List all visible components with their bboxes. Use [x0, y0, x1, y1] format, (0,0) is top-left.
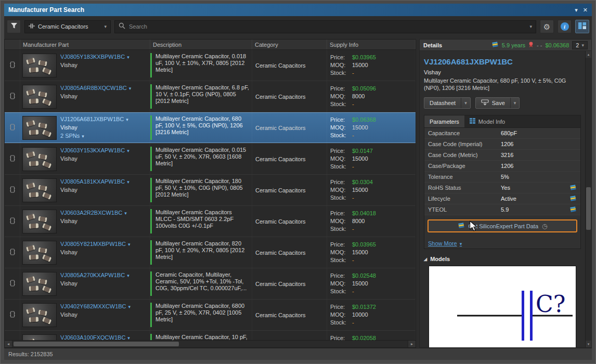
supply-moq-line: MOQ: 15000	[330, 280, 412, 288]
table-row[interactable]: VJ0402Y682MXXCW1BC ▾ Vishay Multilayer C…	[5, 300, 416, 331]
part-caret-icon: ▾	[127, 55, 129, 60]
part-number-link[interactable]: VJ0603Y153KXAPW1BC ▾	[60, 147, 129, 153]
header-manufacturer-part[interactable]: Manufacturer Part	[20, 40, 150, 49]
part-description: Multilayer Ceramic Capacitor, 0.018 uF, …	[150, 53, 249, 77]
part-number-link[interactable]: VJ0805A181KXAPW1BC ▾	[60, 178, 129, 185]
horizontal-scrollbar[interactable]: ◂ ▸	[5, 340, 416, 347]
part-number-link[interactable]: VJ0805Y821MXBPW1BC ▾	[60, 241, 130, 247]
parameters-list: Capacitance 680pF Case Code (Imperial) 1…	[424, 128, 580, 215]
part-drag-icon[interactable]	[10, 310, 15, 319]
datasheet-button[interactable]: Datasheet ▾	[424, 97, 471, 109]
part-drag-icon[interactable]	[10, 217, 15, 226]
tab-parameters[interactable]: Parameters	[424, 115, 464, 127]
category-dropdown[interactable]: Ceramic Capacitors ▾	[24, 20, 111, 33]
part-number-link[interactable]: VJ1206A681JXBPW1BC ▾	[60, 116, 128, 122]
hscroll-track[interactable]	[12, 341, 408, 347]
part-description: Multilayer Ceramic Capacitor, 6.8 pF, 10…	[150, 84, 249, 109]
supply-moq-line: MOQ: 10000	[330, 311, 412, 319]
table-row[interactable]: VJ0805Y821MXBPW1BC ▾ Vishay Multilayer C…	[5, 237, 416, 268]
part-drag-icon[interactable]	[10, 123, 15, 132]
header-drag-column[interactable]	[5, 40, 20, 49]
titlebar[interactable]: Manufacturer Part Search ▾ ✕	[4, 4, 592, 16]
show-more-link[interactable]: Show More ▾	[428, 240, 462, 246]
table-row[interactable]: VJ0603A100FXQCW1BC ▾ Vishay Multilayer C…	[5, 331, 416, 340]
parts-table-body: VJ0805Y183KXBPW1BC ▾ Vishay Multilayer C…	[5, 50, 416, 340]
header-description[interactable]: Description	[150, 40, 252, 49]
get-siliconexpert-button[interactable]: Get SiliconExpert Part Data ◷	[427, 219, 577, 232]
search-history-caret-icon[interactable]: ▾	[529, 24, 532, 29]
supply-moq-line: MOQ: 15000	[330, 124, 412, 132]
parameter-row[interactable]: RoHS Status Yes	[424, 183, 580, 193]
part-number-link[interactable]: VJ0603A100FXQCW1BC ▾	[60, 334, 130, 340]
parameter-row[interactable]: Tolerance 5%	[424, 172, 580, 183]
settings-button[interactable]: ⚙	[540, 20, 554, 33]
part-description-cell: Ceramic Capacitor, Multilayer, Ceramic, …	[150, 268, 252, 299]
part-manufacturer: Vishay	[60, 124, 128, 131]
scroll-up-icon[interactable]: ▴	[586, 51, 591, 58]
details-title: Details	[423, 42, 442, 48]
models-section-label: Models	[430, 256, 450, 262]
header-category[interactable]: Category	[252, 40, 327, 49]
parameter-row[interactable]: Capacitance 680pF	[424, 128, 580, 139]
columns-icon	[578, 22, 586, 31]
part-drag-icon[interactable]	[10, 248, 15, 257]
save-button[interactable]: Save ▾	[475, 97, 520, 109]
part-drag-icon[interactable]	[10, 186, 15, 194]
part-caret-icon: ▾	[126, 117, 128, 122]
part-drag-icon[interactable]	[10, 154, 15, 163]
save-caret-icon[interactable]: ▾	[514, 100, 516, 106]
save-button-label: Save	[492, 100, 505, 106]
datasheet-caret-icon[interactable]: ▾	[464, 100, 467, 106]
parameter-row[interactable]: Lifecycle Active	[424, 193, 580, 204]
scroll-left-icon[interactable]: ◂	[5, 341, 12, 347]
part-spns-link[interactable]: 2 SPNs ▾	[60, 133, 128, 139]
parameter-row[interactable]: Case Code (Imperial) 1206	[424, 139, 580, 150]
part-manufacturer: Vishay	[60, 187, 129, 193]
model-preview[interactable]: C?	[429, 266, 576, 347]
table-row[interactable]: VJ0805Y183KXBPW1BC ▾ Vishay Multilayer C…	[5, 50, 416, 81]
part-caret-icon: ▾	[127, 179, 129, 185]
part-drag-icon[interactable]	[10, 92, 15, 101]
detail-part-number: VJ1206A681JXBPW1BC	[424, 57, 581, 66]
models-section-header[interactable]: ◢ Models	[424, 256, 581, 262]
table-row[interactable]: VJ0805A6R8BXQCW1BC ▾ Vishay Multilayer C…	[5, 81, 416, 112]
supply-price-line: Price: $0.01372	[330, 303, 412, 311]
table-row[interactable]: VJ0603A2R2BXCW1BC ▾ Vishay Multilayer Ce…	[5, 206, 416, 237]
table-row[interactable]: VJ0805A181KXAPW1BC ▾ Vishay Multilayer C…	[5, 175, 416, 206]
tab-model-info[interactable]: Model Info	[464, 115, 510, 127]
parameter-label: Case Code (Imperial)	[428, 141, 501, 147]
parameter-row[interactable]: Case/Package 1206	[424, 161, 580, 172]
part-number-link[interactable]: VJ0603A2R2BXCW1BC ▾	[60, 210, 127, 216]
header-supply-info[interactable]: Supply Info	[327, 40, 416, 49]
table-row[interactable]: VJ0603Y153KXAPW1BC ▾ Vishay Multilayer C…	[5, 144, 416, 175]
panel-menu-icon[interactable]: ▾	[575, 7, 578, 14]
parameter-row[interactable]: Case Code (Metric) 3216	[424, 150, 580, 161]
hscroll-thumb[interactable]	[14, 342, 179, 346]
part-drag-icon[interactable]	[10, 61, 15, 70]
detail-description: Multilayer Ceramic Capacitor, 680 pF, 10…	[424, 77, 575, 92]
columns-button[interactable]	[575, 20, 589, 33]
parameter-row[interactable]: YTEOL 5.9	[424, 204, 580, 215]
part-number-link[interactable]: VJ0805A270KXAPW1BC ▾	[60, 272, 129, 278]
part-description: Ceramic Capacitor, Multilayer, Ceramic, …	[150, 271, 249, 296]
part-number-link[interactable]: VJ0805A6R8BXQCW1BC ▾	[60, 85, 131, 91]
category-dropdown-label: Ceramic Capacitors	[38, 23, 101, 30]
table-row[interactable]: VJ0805A270KXAPW1BC ▾ Vishay Ceramic Capa…	[5, 268, 416, 300]
scroll-right-icon[interactable]: ▸	[408, 341, 416, 347]
part-number-link[interactable]: VJ0805Y183KXBPW1BC ▾	[60, 54, 129, 60]
filter-button[interactable]	[7, 20, 21, 33]
part-number-link[interactable]: VJ0402Y682MXXCW1BC ▾	[60, 303, 131, 309]
results-count-dropdown[interactable]: 2 ▾	[572, 41, 588, 49]
vertical-scrollbar[interactable]: ▴ ▾	[585, 51, 591, 347]
content-area: Ceramic Capacitors ▾ ▾ ⚙ i	[4, 16, 592, 348]
vscroll-thumb[interactable]	[586, 187, 591, 230]
scroll-down-icon[interactable]: ▾	[586, 341, 591, 347]
details-panel: Details 5.9 years - - $0.06368 2 ▾	[419, 39, 592, 348]
siliconexpert-icon	[491, 41, 499, 50]
table-row[interactable]: VJ1206A681JXBPW1BC ▾ Vishay 2 SPNs ▾ Mul…	[5, 112, 416, 144]
close-icon[interactable]: ✕	[583, 7, 588, 14]
part-drag-icon[interactable]	[10, 279, 15, 288]
search-input[interactable]	[129, 23, 526, 30]
info-button[interactable]: i	[558, 20, 572, 33]
search-box[interactable]: ▾	[114, 20, 536, 33]
